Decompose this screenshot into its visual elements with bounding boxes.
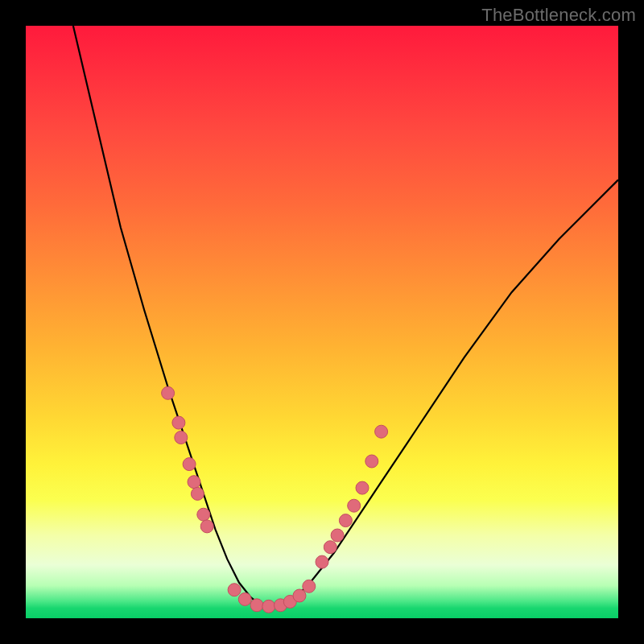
data-dot	[183, 458, 196, 471]
data-dot	[162, 386, 175, 399]
plot-area	[26, 26, 618, 618]
data-dot	[250, 599, 263, 612]
data-dot	[172, 416, 185, 429]
data-dot	[331, 529, 344, 542]
outer-frame: TheBottleneck.com	[0, 0, 644, 644]
data-dot	[197, 508, 210, 521]
data-dot	[375, 425, 388, 438]
data-dot	[324, 541, 336, 554]
data-dot	[262, 600, 275, 613]
data-dot	[175, 431, 188, 444]
data-dot	[356, 481, 369, 494]
data-dot	[348, 499, 361, 512]
data-dot	[293, 589, 306, 602]
data-dot	[339, 514, 352, 527]
data-dot	[303, 580, 316, 592]
data-dot	[316, 555, 328, 568]
data-dot	[200, 520, 213, 533]
data-dot	[238, 592, 251, 605]
scatter-dots	[162, 386, 388, 613]
watermark-text: TheBottleneck.com	[481, 5, 636, 26]
data-dot	[188, 476, 200, 489]
data-dot	[228, 584, 241, 597]
chart-svg	[26, 26, 618, 618]
data-dot	[365, 455, 378, 468]
data-dot	[191, 487, 204, 500]
